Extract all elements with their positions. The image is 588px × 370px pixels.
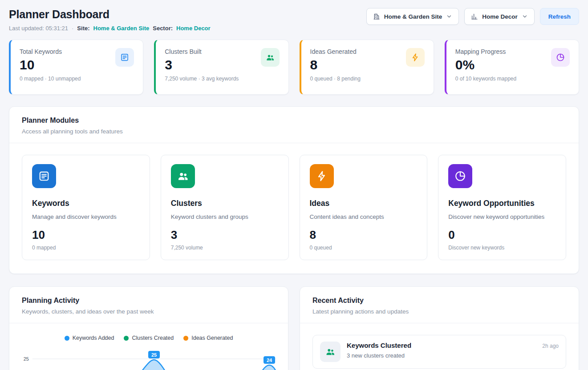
stat-card-mapping-progress: Mapping Progress 0% 0 of 10 keywords map… — [445, 40, 579, 95]
stat-card-text: Total Keywords 10 0 mapped · 10 unmapped — [20, 48, 81, 87]
stat-sub: 7,250 volume · 3 avg keywords — [165, 76, 239, 82]
document-icon — [32, 164, 56, 188]
recent-activity-header: Recent Activity Latest planning actions … — [300, 287, 579, 323]
legend-item-ideas-generated: Ideas Generated — [183, 335, 233, 341]
stat-card-ideas-generated: Ideas Generated 8 0 queued · 8 pending — [300, 40, 434, 95]
y-axis-tick: 25 — [24, 356, 29, 362]
module-title: Keywords — [32, 199, 140, 208]
chevron-down-icon — [446, 13, 452, 20]
legend-dot — [124, 336, 129, 341]
module-description: Discover new keyword opportunities — [448, 213, 556, 220]
recent-activity-card: Recent Activity Latest planning actions … — [300, 286, 579, 370]
planning-activity-title: Planning Activity — [22, 297, 276, 305]
point-label-badge: 25 — [148, 351, 160, 358]
stat-sub: 0 of 10 keywords mapped — [455, 76, 516, 82]
refresh-button[interactable]: Refresh — [540, 8, 579, 25]
module-value: 10 — [32, 228, 140, 242]
recent-item-description: 3 new clusters created — [347, 352, 559, 359]
stat-value: 10 — [20, 57, 81, 72]
sector-label: Sector: — [153, 25, 173, 32]
module-card-clusters[interactable]: Clusters Keyword clusters and groups 3 7… — [161, 155, 289, 260]
module-value: 8 — [310, 228, 418, 242]
planner-modules-section: Planner Modules Access all planning tool… — [9, 106, 579, 274]
stat-card-text: Clusters Built 3 7,250 volume · 3 avg ke… — [165, 48, 239, 87]
module-value: 3 — [171, 228, 279, 242]
site-label: Site: — [77, 25, 89, 32]
recent-activity-item: Keywords Clustered 2h ago 3 new clusters… — [312, 335, 566, 369]
stat-sub: 0 queued · 8 pending — [310, 76, 361, 82]
stat-card-text: Mapping Progress 0% 0 of 10 keywords map… — [455, 48, 516, 87]
page-header-controls: Home & Garden Site Home Decor Refresh — [366, 8, 579, 25]
site-link[interactable]: Home & Garden Site — [93, 25, 150, 32]
module-description: Keyword clusters and groups — [171, 213, 279, 220]
modules-grid: Keywords Manage and discover keywords 10… — [9, 143, 579, 273]
planning-activity-subtitle: Keywords, clusters, and ideas over the p… — [22, 308, 276, 315]
module-card-ideas[interactable]: Ideas Content ideas and concepts 8 0 que… — [300, 155, 428, 260]
module-card-keywords[interactable]: Keywords Manage and discover keywords 10… — [22, 155, 150, 260]
module-title: Keyword Opportunities — [448, 199, 556, 208]
page-header-left: Planner Dashboard Last updated: 05:31:21… — [9, 8, 211, 32]
recent-activity-title: Recent Activity — [312, 297, 566, 305]
stat-card-clusters-built: Clusters Built 3 7,250 volume · 3 avg ke… — [154, 40, 288, 95]
planning-activity-chart: 25 25 24 — [9, 341, 288, 370]
module-description: Manage and discover keywords — [32, 213, 140, 220]
modules-header: Planner Modules Access all planning tool… — [9, 107, 579, 143]
recent-item-title: Keywords Clustered — [347, 342, 411, 349]
legend-item-clusters-created: Clusters Created — [124, 335, 174, 341]
modules-title: Planner Modules — [22, 117, 566, 125]
document-icon — [115, 48, 134, 67]
stat-cards-row: Total Keywords 10 0 mapped · 10 unmapped… — [9, 40, 579, 95]
stat-sub: 0 mapped · 10 unmapped — [20, 76, 81, 82]
group-icon — [261, 48, 280, 67]
page-header: Planner Dashboard Last updated: 05:31:21… — [9, 8, 579, 32]
chevron-down-icon — [522, 13, 528, 20]
legend-label: Clusters Created — [132, 335, 174, 341]
stat-label: Clusters Built — [165, 48, 239, 55]
recent-item-time: 2h ago — [542, 343, 559, 349]
planner-dashboard-page: Planner Dashboard Last updated: 05:31:21… — [0, 0, 588, 370]
module-value: 0 — [448, 228, 556, 242]
site-selector[interactable]: Home & Garden Site — [366, 8, 459, 25]
pie-chart-icon — [448, 164, 472, 188]
bolt-icon — [406, 48, 425, 67]
stat-label: Mapping Progress — [455, 48, 516, 55]
svg-text:25: 25 — [151, 352, 157, 358]
module-sub: 0 queued — [310, 245, 418, 251]
module-title: Ideas — [310, 199, 418, 208]
area-chart: 25 25 24 — [14, 345, 277, 370]
module-sub: 7,250 volume — [171, 245, 279, 251]
module-sub: Discover new keywords — [448, 245, 556, 251]
meta-line: Last updated: 05:31:21 · Site: Home & Ga… — [9, 25, 211, 32]
module-title: Clusters — [171, 199, 279, 208]
stat-label: Ideas Generated — [310, 48, 361, 55]
module-description: Content ideas and concepts — [310, 213, 418, 220]
recent-activity-list: Keywords Clustered 2h ago 3 new clusters… — [300, 323, 579, 370]
group-icon — [171, 164, 195, 188]
last-updated-text: Last updated: 05:31:21 — [9, 25, 68, 32]
sector-selector[interactable]: Home Decor — [464, 8, 535, 25]
group-icon — [320, 342, 341, 362]
bolt-icon — [310, 164, 334, 188]
stat-label: Total Keywords — [20, 48, 81, 55]
stat-card-total-keywords: Total Keywords 10 0 mapped · 10 unmapped — [9, 40, 143, 95]
legend-dot — [65, 336, 69, 341]
stat-value: 8 — [310, 57, 361, 72]
keywords-added-area — [27, 360, 277, 370]
point-label-badge: 24 — [264, 356, 275, 364]
sector-selector-label: Home Decor — [482, 13, 518, 20]
stat-card-text: Ideas Generated 8 0 queued · 8 pending — [310, 48, 361, 87]
module-card-keyword-opportunities[interactable]: Keyword Opportunities Discover new keywo… — [438, 155, 566, 260]
pie-chart-icon — [551, 48, 570, 67]
meta-separator: · — [72, 25, 73, 32]
module-sub: 0 mapped — [32, 245, 140, 251]
legend-item-keywords-added: Keywords Added — [65, 335, 114, 341]
planning-activity-card: Planning Activity Keywords, clusters, an… — [9, 286, 288, 370]
legend-dot — [183, 336, 188, 341]
stat-value: 0% — [455, 57, 516, 72]
page-title: Planner Dashboard — [9, 8, 211, 21]
building-icon — [373, 13, 380, 20]
stat-value: 3 — [165, 57, 239, 72]
planning-activity-header: Planning Activity Keywords, clusters, an… — [9, 287, 288, 323]
sector-link[interactable]: Home Decor — [176, 25, 211, 32]
legend-label: Ideas Generated — [191, 335, 233, 341]
